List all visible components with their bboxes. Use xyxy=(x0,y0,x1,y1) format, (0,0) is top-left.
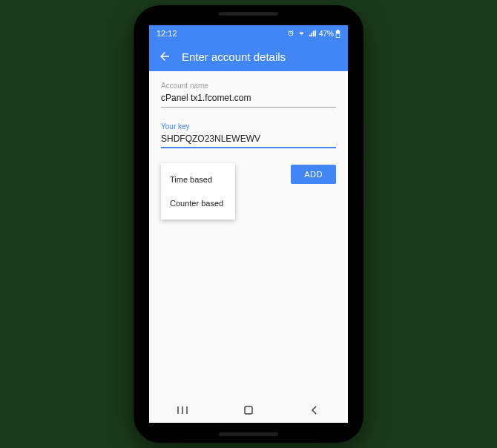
account-name-field-group: Account name xyxy=(161,82,336,108)
svg-rect-3 xyxy=(245,406,252,414)
system-nav-bar xyxy=(149,397,348,423)
status-time: 12:12 xyxy=(157,29,177,38)
back-button[interactable] xyxy=(158,50,171,63)
nav-home-button[interactable] xyxy=(243,404,254,416)
dropdown-option-time-based[interactable]: Time based xyxy=(161,168,235,191)
account-name-label: Account name xyxy=(161,82,336,90)
nav-back-button[interactable] xyxy=(309,404,320,416)
content-area: Account name Your key Time based Counter… xyxy=(149,71,348,397)
status-icons: 47% xyxy=(287,30,340,38)
arrow-left-icon xyxy=(158,50,171,63)
account-name-input[interactable] xyxy=(161,90,336,108)
status-bar: 12:12 47% xyxy=(149,25,348,42)
phone-frame: 12:12 47% Enter account details xyxy=(134,5,363,443)
home-icon xyxy=(243,404,254,416)
app-bar: Enter account details xyxy=(149,42,348,71)
dropdown-option-counter-based[interactable]: Counter based xyxy=(161,191,235,215)
type-dropdown[interactable]: Time based Counter based xyxy=(161,163,235,220)
nav-recents-button[interactable] xyxy=(177,404,188,416)
phone-side-button xyxy=(363,161,366,205)
back-icon xyxy=(309,405,320,415)
your-key-field-group: Your key xyxy=(161,122,336,148)
status-battery-pct: 47% xyxy=(319,30,334,38)
recents-icon xyxy=(177,405,188,415)
app-root: 12:12 47% Enter account details xyxy=(149,25,348,423)
phone-screen: 12:12 47% Enter account details xyxy=(149,25,348,423)
phone-side-button xyxy=(363,124,366,154)
battery-icon xyxy=(335,30,340,38)
page-title: Enter account details xyxy=(182,50,286,63)
your-key-label: Your key xyxy=(161,122,336,131)
alarm-icon xyxy=(287,30,294,37)
add-button[interactable]: ADD xyxy=(291,165,336,184)
type-row: Time based Counter based ADD xyxy=(161,163,336,220)
wifi-icon xyxy=(297,30,306,37)
signal-icon xyxy=(309,30,316,37)
your-key-input[interactable] xyxy=(161,131,336,148)
